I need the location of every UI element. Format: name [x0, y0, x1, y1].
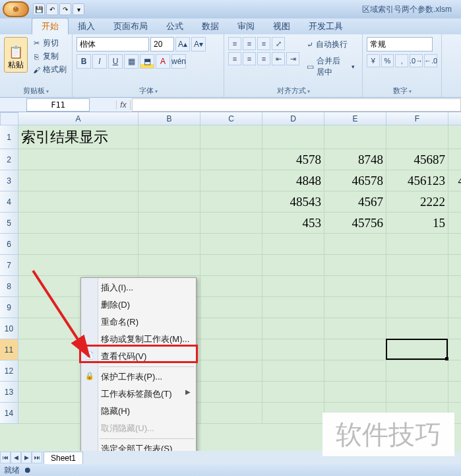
ctx-hide[interactable]: 隐藏(H)	[81, 403, 196, 420]
row-header[interactable]: 6	[0, 234, 18, 255]
cell[interactable]	[262, 339, 324, 360]
office-button[interactable]: Ⓜ	[3, 1, 29, 17]
border-button[interactable]: ▦	[124, 54, 138, 69]
cell[interactable]	[18, 191, 138, 213]
cell[interactable]	[324, 382, 386, 403]
row-header[interactable]: 12	[0, 360, 18, 382]
ctx-protect[interactable]: 保护工作表(P)...🔒	[81, 368, 196, 386]
cut-button[interactable]: ✂剪切	[30, 37, 68, 50]
cell[interactable]	[448, 360, 461, 382]
cell[interactable]	[138, 170, 200, 191]
cell[interactable]	[200, 149, 262, 170]
align-right-button[interactable]: ≡	[257, 52, 270, 65]
decrease-font-button[interactable]: A▾	[191, 37, 206, 51]
italic-button[interactable]: I	[92, 54, 107, 69]
row-header[interactable]: 11	[0, 339, 18, 360]
cell[interactable]	[200, 125, 262, 149]
font-color-button[interactable]: A	[156, 54, 170, 69]
row-header[interactable]: 5	[0, 213, 18, 234]
wrap-text-button[interactable]: ⤶自动换行	[303, 37, 358, 52]
cell[interactable]	[262, 297, 324, 318]
cell[interactable]	[448, 276, 461, 297]
row-header[interactable]: 10	[0, 318, 18, 339]
tab-home[interactable]: 开始	[32, 18, 69, 34]
increase-decimal-button[interactable]: .0→	[410, 54, 423, 67]
cell[interactable]	[200, 255, 262, 276]
cell[interactable]	[262, 276, 324, 297]
align-middle-button[interactable]: ≡	[243, 37, 256, 50]
qat-redo[interactable]: ↷	[59, 3, 71, 15]
cell[interactable]: 2222	[386, 191, 448, 213]
row-header[interactable]: 1	[0, 125, 18, 149]
cell[interactable]	[448, 125, 461, 149]
cell[interactable]: 15	[386, 213, 448, 234]
row-header[interactable]: 7	[0, 255, 18, 276]
ctx-move[interactable]: 移动或复制工作表(M)...	[81, 331, 196, 348]
column-header[interactable]: A	[18, 112, 138, 125]
ctx-tabcolor[interactable]: 工作表标签颜色(T)▶	[81, 386, 196, 403]
cell[interactable]	[138, 191, 200, 213]
tab-insert[interactable]: 插入	[69, 18, 104, 34]
cell[interactable]: 48543	[262, 191, 324, 213]
cell[interactable]	[324, 339, 386, 360]
cell[interactable]	[200, 403, 262, 424]
row-header[interactable]: 9	[0, 297, 18, 318]
cell[interactable]	[324, 234, 386, 255]
align-top-button[interactable]: ≡	[228, 37, 241, 50]
cell[interactable]	[324, 255, 386, 276]
qat-save[interactable]: 💾	[33, 3, 45, 15]
decrease-indent-button[interactable]: ⇤	[272, 52, 285, 65]
cell[interactable]	[386, 297, 448, 318]
macro-record-icon[interactable]: ⏺	[24, 465, 32, 475]
column-header[interactable]: D	[262, 112, 324, 125]
cell[interactable]: 456123	[386, 170, 448, 191]
phonetic-button[interactable]: wén	[171, 54, 186, 69]
cell[interactable]	[138, 213, 200, 234]
cell[interactable]	[448, 382, 461, 403]
cell[interactable]: 453	[262, 213, 324, 234]
font-name-select[interactable]: 楷体	[77, 37, 149, 51]
tab-nav-first[interactable]: ⏮	[0, 452, 11, 463]
cell[interactable]	[448, 234, 461, 255]
cell[interactable]	[386, 339, 448, 360]
bold-button[interactable]: B	[77, 54, 91, 69]
cell[interactable]	[18, 149, 138, 170]
column-header[interactable]: F	[386, 112, 448, 125]
tab-nav-last[interactable]: ⏭	[32, 452, 42, 463]
cell[interactable]	[18, 170, 138, 191]
cell[interactable]	[138, 255, 200, 276]
row-header[interactable]: 3	[0, 170, 18, 191]
cell[interactable]	[262, 360, 324, 382]
qat-undo[interactable]: ↶	[46, 3, 58, 15]
ctx-code[interactable]: 查看代码(V)📄	[81, 348, 196, 365]
fx-icon[interactable]: fx	[116, 100, 131, 110]
cell[interactable]: 484	[448, 170, 461, 191]
cell[interactable]	[200, 382, 262, 403]
sheet-area[interactable]: ABCDEFG 1234567891011121314 索引结果显示457887…	[0, 112, 461, 461]
cell[interactable]	[324, 318, 386, 339]
font-size-select[interactable]: 20	[150, 37, 174, 51]
row-header[interactable]: 13	[0, 382, 18, 403]
tab-nav-next[interactable]: ▶	[21, 452, 32, 463]
cell[interactable]	[324, 360, 386, 382]
comma-button[interactable]: ,	[395, 54, 408, 67]
increase-font-button[interactable]: A▴	[175, 37, 190, 51]
name-box[interactable]	[26, 98, 90, 112]
cell[interactable]	[324, 297, 386, 318]
cell[interactable]	[448, 191, 461, 213]
percent-button[interactable]: %	[381, 54, 394, 67]
cell[interactable]	[138, 234, 200, 255]
cell[interactable]	[324, 276, 386, 297]
cell[interactable]	[262, 255, 324, 276]
cell[interactable]: 3	[448, 213, 461, 234]
ctx-delete[interactable]: 删除(D)	[81, 296, 196, 314]
cell[interactable]	[18, 213, 138, 234]
cell[interactable]	[200, 170, 262, 191]
column-header[interactable]: G	[448, 112, 461, 125]
row-header[interactable]: 2	[0, 149, 18, 170]
format-painter-button[interactable]: 🖌格式刷	[30, 63, 68, 76]
cell[interactable]	[386, 360, 448, 382]
ctx-insert[interactable]: 插入(I)...	[81, 279, 196, 296]
orientation-button[interactable]: ⤢	[272, 37, 285, 50]
cell[interactable]	[386, 276, 448, 297]
